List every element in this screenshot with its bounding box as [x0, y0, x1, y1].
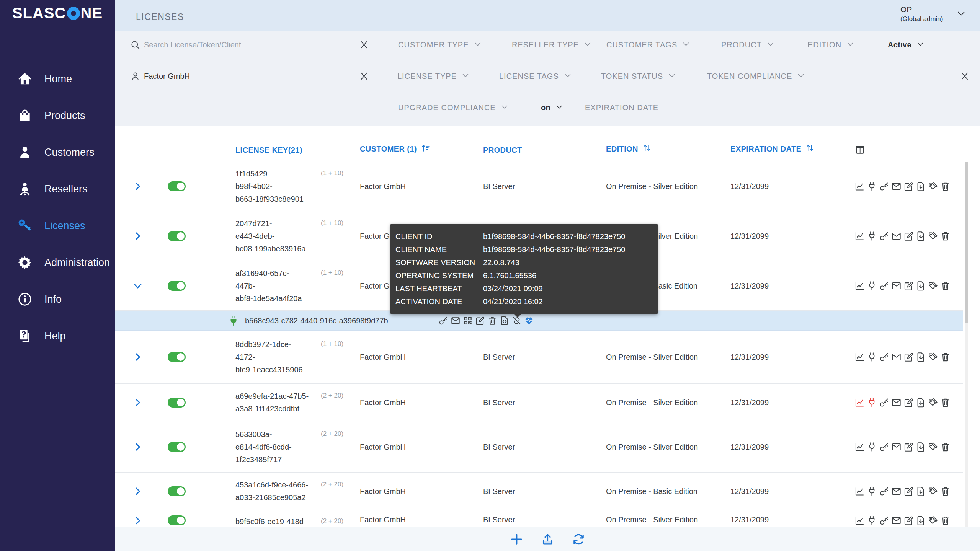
filter-customer-type[interactable]: CUSTOMER TYPE	[398, 37, 482, 52]
filter-token-status[interactable]: TOKEN STATUS	[601, 68, 676, 84]
analytics-icon[interactable]	[854, 231, 865, 241]
delete-icon[interactable]	[940, 442, 951, 452]
license-active-toggle[interactable]	[168, 515, 186, 525]
tags-icon[interactable]	[928, 280, 938, 291]
filter-license-tags[interactable]: LICENSE TAGS	[499, 68, 572, 84]
toggle-on[interactable]	[168, 398, 186, 408]
delete-icon[interactable]	[940, 397, 951, 408]
plug-icon[interactable]	[867, 280, 877, 291]
sidebar-item-licenses[interactable]: Licenses	[0, 207, 115, 244]
analytics-icon[interactable]	[854, 397, 865, 408]
customer-search-input[interactable]	[144, 72, 354, 81]
tags-icon[interactable]	[928, 352, 938, 362]
file-code-icon[interactable]	[500, 316, 510, 326]
key-icon[interactable]	[879, 280, 889, 291]
key-icon[interactable]	[879, 181, 889, 191]
key-icon[interactable]	[879, 231, 889, 241]
edit-icon[interactable]	[903, 486, 914, 496]
edit-icon[interactable]	[903, 181, 914, 191]
license-active-toggle[interactable]	[168, 398, 186, 408]
column-header-product[interactable]: PRODUCT	[483, 146, 522, 155]
expand-row-icon[interactable]	[132, 397, 143, 408]
delete-icon[interactable]	[940, 231, 951, 241]
plug-icon[interactable]	[867, 352, 877, 362]
expand-row-icon[interactable]	[132, 442, 143, 452]
tags-icon[interactable]	[928, 397, 938, 408]
license-active-toggle[interactable]	[168, 181, 186, 191]
tags-icon[interactable]	[928, 515, 938, 526]
delete-icon[interactable]	[940, 181, 951, 191]
add-license-icon[interactable]	[510, 533, 523, 546]
download-icon[interactable]	[916, 442, 926, 452]
toggle-on[interactable]	[168, 281, 186, 291]
toggle-on[interactable]	[168, 231, 186, 241]
plug-icon[interactable]	[867, 486, 877, 496]
clear-customer-search-icon[interactable]	[359, 71, 369, 81]
collapse-row-icon[interactable]	[132, 280, 143, 291]
key-icon[interactable]	[879, 486, 889, 496]
search-input[interactable]	[144, 41, 354, 49]
tags-icon[interactable]	[928, 442, 938, 452]
plug-icon[interactable]	[867, 515, 877, 526]
column-header-expiration-date[interactable]: EXPIRATION DATE	[730, 143, 815, 155]
edit-icon[interactable]	[903, 352, 914, 362]
vertical-scrollbar[interactable]	[965, 162, 968, 527]
upload-icon[interactable]	[541, 533, 554, 546]
download-icon[interactable]	[916, 397, 926, 408]
filter-upgrade-compliance[interactable]: UPGRADE COMPLIANCE	[398, 100, 509, 115]
plug-icon[interactable]	[867, 181, 877, 191]
expand-row-icon[interactable]	[132, 181, 143, 191]
sidebar-item-info[interactable]: Info	[0, 281, 115, 318]
filter-expiration-date[interactable]: EXPIRATION DATE	[585, 100, 658, 115]
license-active-toggle[interactable]	[168, 486, 186, 496]
column-header-customer[interactable]: CUSTOMER (1)	[360, 143, 430, 155]
expand-row-icon[interactable]	[132, 486, 143, 496]
plug-icon[interactable]	[867, 231, 877, 241]
delete-icon[interactable]	[940, 280, 951, 291]
sidebar-item-customers[interactable]: Customers	[0, 134, 115, 171]
key-icon[interactable]	[879, 352, 889, 362]
expand-row-icon[interactable]	[132, 352, 143, 362]
expand-row-icon[interactable]	[132, 231, 143, 241]
tags-icon[interactable]	[928, 231, 938, 241]
filter-active-status[interactable]: Active	[888, 37, 924, 52]
edit-icon[interactable]	[903, 397, 914, 408]
clear-all-filters-icon[interactable]	[960, 71, 970, 81]
column-header-license-key[interactable]: LICENSE KEY(21)	[235, 146, 302, 155]
envelope-icon[interactable]	[891, 442, 902, 452]
scrollbar-thumb[interactable]	[965, 162, 968, 323]
filter-expiration-operator[interactable]: on	[541, 100, 564, 115]
sidebar-item-home[interactable]: Home	[0, 60, 115, 97]
clear-search-icon[interactable]	[359, 40, 369, 50]
envelope-icon[interactable]	[891, 280, 902, 291]
analytics-icon[interactable]	[854, 486, 865, 496]
analytics-icon[interactable]	[854, 515, 865, 526]
edit-icon[interactable]	[903, 442, 914, 452]
sort-updown-icon[interactable]	[642, 143, 652, 155]
tags-icon[interactable]	[928, 486, 938, 496]
sidebar-item-administration[interactable]: Administration	[0, 244, 115, 281]
qr-icon[interactable]	[463, 316, 473, 326]
plug-icon[interactable]	[867, 442, 877, 452]
download-icon[interactable]	[916, 231, 926, 241]
customer-search-field[interactable]	[130, 68, 354, 84]
delete-icon[interactable]	[487, 316, 497, 326]
envelope-icon[interactable]	[891, 397, 902, 408]
filter-license-type[interactable]: LICENSE TYPE	[397, 68, 470, 84]
sidebar-item-help[interactable]: Help	[0, 318, 115, 354]
download-icon[interactable]	[916, 352, 926, 362]
filter-reseller-type[interactable]: RESELLER TYPE	[512, 37, 592, 52]
license-active-toggle[interactable]	[168, 231, 186, 241]
license-active-toggle[interactable]	[168, 442, 186, 452]
column-header-edition[interactable]: EDITION	[606, 143, 652, 155]
download-icon[interactable]	[916, 486, 926, 496]
edit-icon[interactable]	[903, 515, 914, 526]
column-picker-icon[interactable]	[854, 144, 866, 155]
sidebar-item-products[interactable]: Products	[0, 97, 115, 134]
key-icon[interactable]	[879, 515, 889, 526]
heartbeat-icon[interactable]	[524, 316, 534, 326]
expand-row-icon[interactable]	[132, 515, 143, 526]
sort-ascending-icon[interactable]	[421, 143, 430, 155]
plug-icon[interactable]	[867, 397, 877, 408]
download-icon[interactable]	[916, 280, 926, 291]
